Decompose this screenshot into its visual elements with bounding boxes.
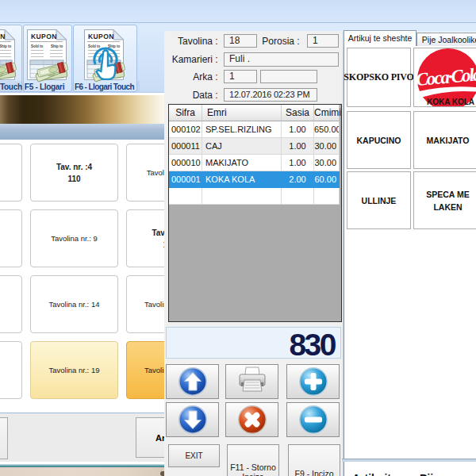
svg-text:KOKA KOLA: KOKA KOLA [427,98,474,106]
